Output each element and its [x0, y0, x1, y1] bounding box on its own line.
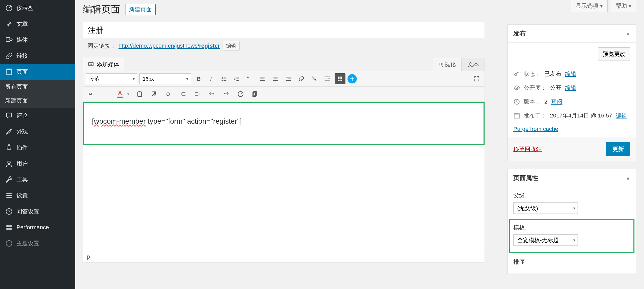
title-input[interactable]: [83, 22, 485, 38]
svg-rect-49: [338, 78, 339, 79]
format-select[interactable]: 段落: [86, 73, 137, 84]
italic-button[interactable]: I: [206, 73, 217, 84]
svg-rect-44: [325, 79, 330, 79]
svg-point-17: [90, 63, 92, 65]
redo-button[interactable]: [221, 89, 232, 99]
blockquote-button[interactable]: “: [244, 73, 255, 84]
add-media-button[interactable]: 添加媒体: [83, 58, 124, 71]
text-color-button[interactable]: A ▾: [115, 89, 131, 99]
element-path[interactable]: p: [87, 253, 90, 260]
unlink-button[interactable]: [309, 73, 320, 84]
link-button[interactable]: [296, 73, 307, 84]
read-more-button[interactable]: [322, 73, 333, 84]
sidebar-item-tools[interactable]: 工具: [0, 172, 75, 188]
sidebar-item-links[interactable]: 链接: [0, 48, 75, 64]
sidebar-item-pages[interactable]: 页面: [0, 64, 75, 80]
parent-select[interactable]: (无父级): [513, 202, 578, 214]
sidebar-item-posts[interactable]: 文章: [0, 16, 75, 32]
sidebar-item-qa-settings[interactable]: ? 问答设置: [0, 203, 75, 219]
outdent-button[interactable]: [177, 89, 188, 99]
preview-button[interactable]: 预览更改: [598, 47, 630, 61]
new-page-button[interactable]: 新建页面: [125, 4, 156, 15]
svg-rect-22: [224, 77, 226, 77]
sidebar-item-label: 设置: [16, 192, 28, 199]
bullet-list-button[interactable]: [219, 73, 230, 84]
keyboard-help-button[interactable]: ?: [235, 89, 246, 99]
trash-link[interactable]: 移至回收站: [513, 145, 542, 153]
sidebar-item-label: 媒体: [16, 36, 28, 44]
align-left-button[interactable]: [257, 73, 268, 84]
revision-browse-link[interactable]: 查阅: [551, 98, 562, 106]
svg-rect-28: [236, 77, 239, 77]
fontsize-select[interactable]: 16px: [139, 73, 191, 84]
svg-rect-24: [224, 79, 226, 79]
svg-rect-40: [286, 77, 291, 77]
sidebar-subitem-new-page[interactable]: 新建页面: [0, 94, 75, 108]
sidebar-item-appearance[interactable]: 外观: [0, 124, 75, 140]
align-right-button[interactable]: [283, 73, 294, 84]
template-select[interactable]: 全宽模板-无标题: [513, 234, 578, 246]
sidebar-item-settings[interactable]: 设置: [0, 188, 75, 203]
metabox-toggle[interactable]: ▲: [626, 31, 630, 36]
align-center-button[interactable]: [270, 73, 281, 84]
purge-cache-link[interactable]: Purge from cache: [513, 126, 558, 132]
hr-button[interactable]: [100, 89, 111, 99]
tab-visual[interactable]: 可视化: [433, 58, 462, 71]
sidebar-subitem-all-pages[interactable]: 所有页面: [0, 80, 75, 94]
svg-rect-70: [253, 93, 256, 97]
permalink-link[interactable]: http://demo.wpcom.cn/justnews/register: [118, 42, 220, 49]
update-button[interactable]: 更新: [606, 142, 630, 156]
svg-rect-45: [325, 81, 330, 81]
svg-rect-42: [286, 80, 291, 81]
help-button[interactable]: 帮助 ▾: [611, 0, 636, 12]
attributes-title: 页面属性: [513, 174, 538, 182]
svg-rect-37: [273, 77, 278, 77]
paste-text-button[interactable]: [134, 89, 145, 99]
copy-button[interactable]: [250, 89, 260, 99]
svg-point-23: [222, 78, 223, 79]
svg-rect-64: [195, 92, 198, 92]
strikethrough-button[interactable]: ABC: [86, 89, 97, 99]
link-icon: [5, 52, 13, 60]
undo-button[interactable]: [206, 89, 217, 99]
indent-button[interactable]: [192, 89, 203, 99]
sidebar-item-label: 工具: [16, 176, 28, 183]
svg-point-15: [6, 241, 12, 246]
sidebar-item-users[interactable]: 用户: [0, 156, 75, 172]
fullscreen-button[interactable]: [471, 73, 482, 84]
svg-rect-34: [260, 77, 265, 77]
numbered-list-button[interactable]: 123: [232, 73, 242, 84]
metabox-toggle[interactable]: ▲: [626, 175, 630, 181]
permalink-edit-button[interactable]: 编辑: [223, 41, 240, 50]
svg-rect-63: [182, 95, 185, 96]
status-edit-link[interactable]: 编辑: [565, 70, 576, 78]
comment-icon: [5, 112, 13, 120]
svg-rect-47: [340, 76, 341, 78]
tab-text[interactable]: 文本: [462, 58, 485, 71]
clear-formatting-button[interactable]: [149, 89, 159, 99]
history-icon: [513, 98, 520, 105]
screen-options-button[interactable]: 显示选项 ▾: [571, 0, 608, 12]
sidebar-item-plugins[interactable]: 插件: [0, 140, 75, 156]
sidebar-item-comments[interactable]: 评论: [0, 108, 75, 124]
svg-point-21: [222, 76, 223, 78]
sidebar-item-performance[interactable]: Performance: [0, 219, 75, 235]
sidebar-item-dashboard[interactable]: 仪表盘: [0, 0, 75, 16]
sidebar-item-media[interactable]: 媒体: [0, 32, 75, 48]
add-block-button[interactable]: [348, 74, 357, 83]
date-edit-link[interactable]: 编辑: [616, 112, 627, 120]
visibility-edit-link[interactable]: 编辑: [565, 84, 576, 92]
svg-rect-73: [514, 114, 519, 118]
dashboard-icon: [5, 4, 13, 12]
bold-button[interactable]: B: [193, 73, 204, 84]
editor-content[interactable]: [wpcom-member type="form" action="regist…: [83, 102, 485, 251]
toolbar-toggle-button[interactable]: [335, 73, 345, 84]
special-char-button[interactable]: Ω: [163, 89, 174, 99]
svg-point-5: [8, 161, 10, 164]
svg-rect-39: [273, 80, 278, 81]
sidebar-item-theme-settings[interactable]: 主题设置: [0, 235, 75, 251]
svg-point-71: [514, 73, 517, 76]
svg-rect-36: [260, 80, 265, 81]
plugin-icon: [5, 144, 13, 151]
svg-text:?: ?: [8, 209, 10, 214]
